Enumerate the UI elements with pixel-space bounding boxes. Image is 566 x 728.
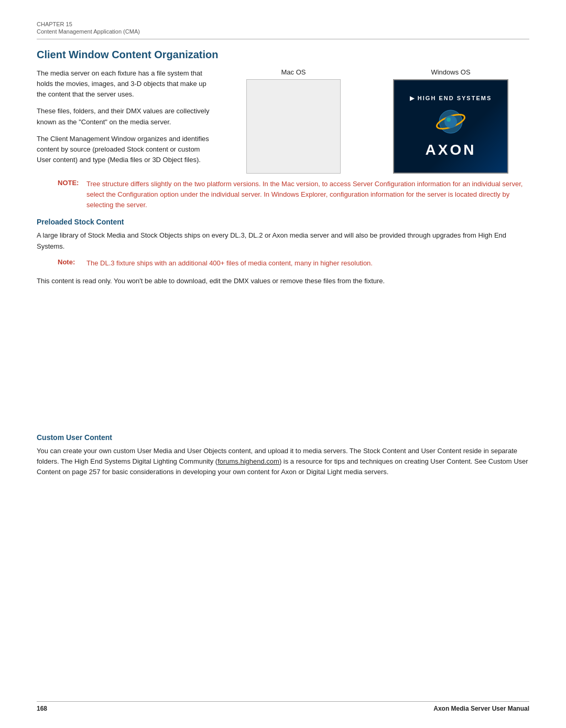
manual-title: Axon Media Server User Manual: [433, 705, 529, 712]
axon-planet-icon: [435, 106, 466, 137]
paragraph-3: The Client Management Window organizes a…: [37, 134, 210, 165]
note-1-label: NOTE:: [58, 179, 86, 210]
mac-os-column: Mac OS: [215, 68, 372, 174]
header-divider: [37, 39, 529, 39]
windows-os-label: Windows OS: [431, 68, 470, 76]
chapter-number: CHAPTER 15: [37, 21, 529, 27]
note-2-text: The DL.3 fixture ships with an additiona…: [86, 258, 529, 269]
note-1-text: Tree structure differs slightly on the t…: [86, 179, 529, 210]
custom-body: You can create your own custom User Medi…: [37, 446, 529, 477]
note-block-1: NOTE: Tree structure differs slightly on…: [37, 179, 529, 210]
page-number: 168: [37, 705, 47, 712]
page: CHAPTER 15 Content Management Applicatio…: [0, 0, 566, 728]
mac-os-label: Mac OS: [281, 68, 306, 76]
svg-point-2: [444, 115, 457, 128]
intro-text-block: The media server on each fixture has a f…: [37, 68, 215, 172]
custom-section: Custom User Content You can create your …: [37, 433, 529, 477]
paragraph-2: These files, folders, and their DMX valu…: [37, 106, 210, 127]
svg-point-3: [447, 117, 451, 122]
note-2-label: Note:: [58, 258, 86, 269]
mac-os-image: [246, 79, 341, 174]
chapter-subtitle: Content Management Application (CMA): [37, 28, 529, 35]
forums-link[interactable]: forums.highend.com: [217, 457, 279, 465]
preloaded-body: A large library of Stock Media and Stock…: [37, 230, 529, 251]
windows-os-column: Windows OS ▶ HIGH END SYSTEMS AXON: [372, 68, 529, 174]
windows-os-image: ▶ HIGH END SYSTEMS AXON: [393, 79, 508, 174]
axon-logo-top-text: ▶ HIGH END SYSTEMS: [410, 95, 492, 102]
preloaded-title: Preloaded Stock Content: [37, 218, 529, 226]
paragraph-1: The media server on each fixture has a f…: [37, 68, 210, 100]
custom-title: Custom User Content: [37, 433, 529, 442]
page-footer: 168 Axon Media Server User Manual: [37, 701, 529, 712]
section-title: Client Window Content Organization: [37, 49, 529, 61]
axon-logo-bottom-text: AXON: [426, 142, 476, 158]
os-image-area: Mac OS Windows OS ▶ HIGH END SYSTEMS: [215, 68, 529, 174]
readonly-text: This content is read only. You won't be …: [37, 276, 529, 286]
note-block-2: Note: The DL.3 fixture ships with an add…: [37, 258, 529, 269]
content-layout: The media server on each fixture has a f…: [37, 68, 529, 174]
